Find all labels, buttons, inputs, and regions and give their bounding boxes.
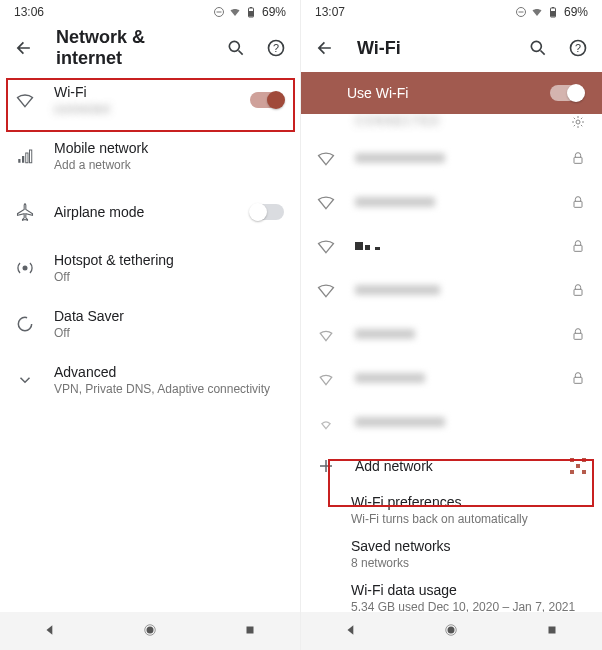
qr-scan-button[interactable] — [570, 458, 586, 474]
help-button[interactable]: ? — [564, 34, 592, 62]
hotspot-row[interactable]: Hotspot & tethering Off — [0, 240, 300, 296]
wifi-sub: connected — [54, 102, 232, 116]
saved-networks-row[interactable]: Saved networks 8 networks — [301, 532, 602, 576]
lock-icon — [570, 238, 586, 254]
wifi-row[interactable]: Wi-Fi connected — [0, 72, 300, 128]
network-name — [355, 417, 445, 427]
mobile-label: Mobile network — [54, 140, 284, 156]
svg-point-15 — [147, 626, 154, 633]
network-row[interactable] — [301, 400, 602, 444]
network-row[interactable] — [301, 312, 602, 356]
add-network-row[interactable]: Add network — [301, 444, 602, 488]
datasaver-row[interactable]: Data Saver Off — [0, 296, 300, 352]
network-row[interactable] — [301, 180, 602, 224]
wifi-icon — [315, 148, 337, 168]
svg-point-13 — [23, 266, 28, 271]
svg-point-23 — [531, 41, 541, 51]
svg-rect-33 — [574, 377, 582, 383]
wifi-data-usage-row[interactable]: Wi-Fi data usage 5.34 GB used Dec 10, 20… — [301, 576, 602, 612]
lock-icon — [570, 150, 586, 166]
network-name — [355, 329, 415, 339]
lock-icon — [570, 194, 586, 210]
airplane-toggle[interactable] — [250, 204, 284, 220]
datasaver-sub: Off — [54, 326, 284, 340]
airplane-icon — [14, 202, 36, 222]
network-row[interactable] — [301, 224, 602, 268]
network-row[interactable]: CONNECTED — [301, 114, 602, 136]
dnd-icon — [515, 6, 527, 18]
lock-icon — [570, 326, 586, 342]
use-wifi-banner[interactable]: Use Wi-Fi — [301, 72, 602, 114]
use-wifi-label: Use Wi-Fi — [347, 85, 408, 101]
datasaver-icon — [14, 314, 36, 334]
advanced-row[interactable]: Advanced VPN, Private DNS, Adaptive conn… — [0, 352, 300, 408]
status-icons: 69% — [213, 5, 286, 19]
datasaver-label: Data Saver — [54, 308, 284, 324]
svg-rect-10 — [22, 156, 24, 163]
battery-icon — [547, 6, 559, 18]
search-button[interactable] — [222, 34, 250, 62]
nav-bar — [0, 612, 300, 650]
network-row[interactable] — [301, 136, 602, 180]
svg-point-5 — [229, 41, 239, 51]
svg-rect-22 — [552, 7, 554, 8]
battery-percent: 69% — [564, 5, 588, 19]
network-name — [355, 153, 445, 163]
mobile-network-row[interactable]: Mobile network Add a network — [0, 128, 300, 184]
lock-icon — [570, 370, 586, 386]
svg-rect-21 — [551, 11, 555, 17]
network-row[interactable] — [301, 268, 602, 312]
svg-text:?: ? — [273, 42, 279, 54]
svg-rect-30 — [574, 245, 582, 251]
back-button[interactable] — [311, 34, 339, 62]
nav-home[interactable] — [143, 623, 157, 640]
wifi-toggle[interactable] — [250, 92, 284, 108]
nav-back[interactable] — [43, 623, 57, 640]
hotspot-label: Hotspot & tethering — [54, 252, 284, 268]
network-name — [355, 242, 552, 250]
lock-icon — [570, 282, 586, 298]
help-button[interactable]: ? — [262, 34, 290, 62]
nav-recent[interactable] — [545, 623, 559, 640]
battery-icon — [245, 6, 257, 18]
prefs-label: Wi-Fi preferences — [351, 494, 586, 510]
svg-rect-9 — [18, 159, 20, 163]
battery-percent: 69% — [262, 5, 286, 19]
add-network-label: Add network — [355, 458, 552, 474]
network-name — [355, 197, 435, 207]
status-time: 13:06 — [14, 5, 44, 19]
svg-rect-32 — [574, 333, 582, 339]
search-button[interactable] — [524, 34, 552, 62]
use-wifi-toggle[interactable] — [550, 85, 584, 101]
svg-rect-31 — [574, 289, 582, 295]
network-row[interactable] — [301, 356, 602, 400]
svg-rect-3 — [249, 11, 253, 17]
airplane-row[interactable]: Airplane mode — [0, 184, 300, 240]
wifi-icon — [315, 368, 337, 388]
svg-point-14 — [18, 317, 31, 330]
wifi-icon — [315, 236, 337, 256]
network-name: CONNECTED — [355, 114, 552, 128]
saved-sub: 8 networks — [351, 556, 586, 570]
svg-rect-11 — [26, 153, 28, 163]
nav-home[interactable] — [444, 623, 458, 640]
nav-back[interactable] — [344, 623, 358, 640]
back-button[interactable] — [10, 34, 38, 62]
svg-rect-12 — [30, 150, 32, 163]
nav-bar — [301, 612, 602, 650]
svg-rect-36 — [548, 626, 555, 633]
network-name — [355, 373, 425, 383]
saved-label: Saved networks — [351, 538, 586, 554]
wifi-preferences-row[interactable]: Wi-Fi preferences Wi-Fi turns back on au… — [301, 488, 602, 532]
usage-label: Wi-Fi data usage — [351, 582, 586, 598]
mobile-sub: Add a network — [54, 158, 284, 172]
settings-icon[interactable] — [570, 114, 586, 130]
nav-recent[interactable] — [243, 623, 257, 640]
prefs-sub: Wi-Fi turns back on automatically — [351, 512, 586, 526]
wifi-status-icon — [229, 6, 241, 18]
usage-sub: 5.34 GB used Dec 10, 2020 – Jan 7, 2021 — [351, 600, 586, 612]
plus-icon — [315, 457, 337, 475]
page-title: Network & internet — [50, 27, 210, 69]
chevron-down-icon — [14, 371, 36, 389]
svg-point-27 — [576, 120, 580, 124]
